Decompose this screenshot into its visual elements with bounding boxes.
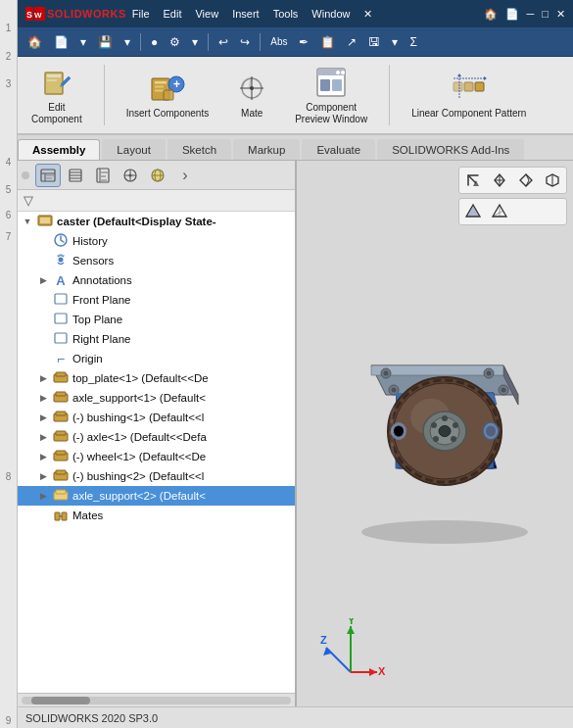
wheel1-label: (-) wheel<1> (Default<<De [72, 451, 206, 462]
mate-btn[interactable]: Mate [226, 61, 277, 129]
qa-sigma[interactable]: Σ [406, 33, 420, 51]
svg-rect-43 [101, 175, 106, 177]
insert-components-icon: + [150, 71, 185, 106]
qa-abs[interactable]: Abs [266, 34, 291, 49]
feature-tree: ▼ caster (Default<Display State- [18, 212, 295, 693]
tree-bushing1[interactable]: ▶ (-) bushing<1> (Default<<l [18, 408, 295, 427]
right-plane-icon [52, 331, 70, 348]
3d-viewport[interactable]: Z Y X [297, 161, 573, 706]
qa-dropdown3[interactable]: ▾ [188, 33, 202, 51]
axle-support1-expand[interactable]: ▶ [37, 393, 49, 403]
annotations-expand[interactable]: ▶ [37, 275, 49, 285]
qa-dropdown4[interactable]: ▾ [388, 33, 402, 51]
close-btn[interactable]: ✕ [556, 8, 565, 21]
qa-dropdown1[interactable]: ▾ [76, 33, 90, 51]
menu-window[interactable]: Window [311, 8, 350, 21]
tree-root[interactable]: ▼ caster (Default<Display State- [18, 212, 295, 231]
svg-rect-58 [55, 333, 67, 343]
qa-undo[interactable]: ↩ [215, 33, 232, 51]
tree-wheel1[interactable]: ▶ (-) wheel<1> (Default<<De [18, 447, 295, 466]
display-manager-btn[interactable] [145, 164, 170, 187]
axle-support2-expand[interactable]: ▶ [37, 491, 49, 501]
tree-axle-support2[interactable]: ▶ axle_support<2> (Default< [18, 486, 295, 506]
svg-marker-115 [347, 626, 355, 634]
qa-pen[interactable]: ✒ [295, 33, 312, 51]
wheel1-expand[interactable]: ▶ [37, 452, 49, 461]
history-label: History [72, 235, 108, 247]
tree-sensors[interactable]: Sensors [18, 251, 295, 270]
tab-evaluate[interactable]: Evaluate [302, 139, 375, 160]
qa-dropdown2[interactable]: ▾ [120, 33, 134, 51]
menu-expand[interactable]: ✕ [363, 8, 372, 21]
insert-components-label: Insert Components [126, 108, 210, 120]
qa-save2[interactable]: 🖫 [364, 33, 384, 51]
more-btn[interactable]: › [172, 164, 198, 187]
top-plate-icon [52, 369, 70, 388]
qa-redo[interactable]: ↪ [236, 33, 254, 51]
tab-layout[interactable]: Layout [102, 139, 166, 160]
svg-marker-28 [484, 76, 487, 80]
tree-axle1[interactable]: ▶ (-) axle<1> (Default<<Defa [18, 427, 295, 447]
menu-edit[interactable]: Edit [164, 8, 182, 21]
tab-solidworks-addins[interactable]: SOLIDWORKS Add-Ins [377, 139, 524, 160]
svg-rect-26 [475, 82, 484, 91]
svg-rect-72 [56, 490, 66, 494]
tab-assembly[interactable]: Assembly [18, 139, 100, 160]
tree-right-plane[interactable]: Right Plane [18, 329, 295, 349]
tree-top-plate[interactable]: ▶ top_plate<1> (Default<<De [18, 368, 295, 388]
menu-view[interactable]: View [195, 8, 218, 21]
tree-history[interactable]: History [18, 231, 295, 251]
qa-save[interactable]: 💾 [94, 33, 117, 51]
top-plate-expand[interactable]: ▶ [37, 373, 49, 383]
config-manager-btn[interactable] [90, 164, 116, 187]
svg-point-88 [487, 370, 492, 375]
root-expand-icon[interactable]: ▼ [22, 217, 33, 226]
viewport: Z Y X [297, 161, 573, 706]
axle-support1-label: axle_support<1> (Default< [72, 392, 206, 404]
component-preview-btn[interactable]: ComponentPreview Window [289, 61, 373, 129]
tree-mates[interactable]: Mates [18, 506, 295, 525]
bushing1-expand[interactable]: ▶ [37, 413, 49, 422]
doc-icon[interactable]: 📄 [505, 8, 519, 21]
property-manager-btn[interactable] [63, 164, 88, 187]
tab-sketch[interactable]: Sketch [167, 139, 231, 160]
qa-arrow-up-right[interactable]: ↗ [343, 33, 360, 51]
menu-tools[interactable]: Tools [273, 8, 299, 21]
edit-component-btn[interactable]: EditComponent [25, 61, 88, 129]
linear-pattern-icon [452, 71, 487, 106]
menu-file[interactable]: File [132, 8, 150, 21]
tab-markup[interactable]: Markup [233, 139, 300, 160]
minimize-btn[interactable]: ─ [527, 8, 535, 21]
tree-origin[interactable]: ⌐ Origin [18, 349, 295, 368]
tree-top-plane[interactable]: Top Plane [18, 310, 295, 329]
qa-home[interactable]: 🏠 [24, 33, 46, 51]
panel-scrollbar[interactable] [18, 693, 295, 706]
menu-insert[interactable]: Insert [232, 8, 260, 21]
insert-components-btn[interactable]: + Insert Components [120, 61, 215, 129]
tree-annotations[interactable]: ▶ A Annotations [18, 270, 295, 290]
svg-line-111 [326, 648, 351, 672]
filter-icon[interactable]: ▽ [24, 193, 33, 208]
maximize-btn[interactable]: □ [542, 8, 549, 21]
qa-new[interactable]: 📄 [50, 33, 72, 51]
annotations-icon: A [52, 273, 70, 288]
qa-circle[interactable]: ● [147, 33, 162, 51]
linear-pattern-btn[interactable]: Linear Component Pattern [406, 61, 532, 129]
home-icon[interactable]: 🏠 [484, 8, 498, 21]
svg-rect-74 [62, 512, 67, 520]
svg-rect-34 [46, 174, 54, 176]
svg-text:S: S [26, 10, 32, 20]
svg-point-108 [394, 425, 404, 436]
tree-axle-support1[interactable]: ▶ axle_support<1> (Default< [18, 388, 295, 408]
tree-bushing2[interactable]: ▶ (-) bushing<2> (Default<<l [18, 466, 295, 486]
axle1-expand[interactable]: ▶ [37, 432, 49, 442]
svg-rect-9 [155, 86, 164, 88]
qa-settings[interactable]: ⚙ [166, 33, 184, 51]
feature-manager-btn[interactable] [35, 164, 61, 187]
tree-front-plane[interactable]: Front Plane [18, 290, 295, 310]
qa-clipboard[interactable]: 📋 [316, 33, 339, 51]
bushing2-expand[interactable]: ▶ [37, 471, 49, 481]
svg-marker-118 [369, 668, 377, 676]
right-plane-label: Right Plane [72, 333, 130, 345]
dim-expert-btn[interactable] [118, 164, 143, 187]
